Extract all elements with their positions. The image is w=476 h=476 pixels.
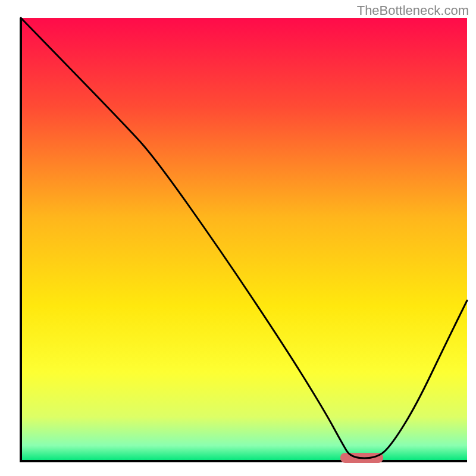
chart-container: TheBottleneck.com — [0, 0, 476, 476]
watermark-text: TheBottleneck.com — [357, 3, 469, 18]
chart-svg — [0, 0, 476, 476]
plot-background — [21, 18, 467, 461]
